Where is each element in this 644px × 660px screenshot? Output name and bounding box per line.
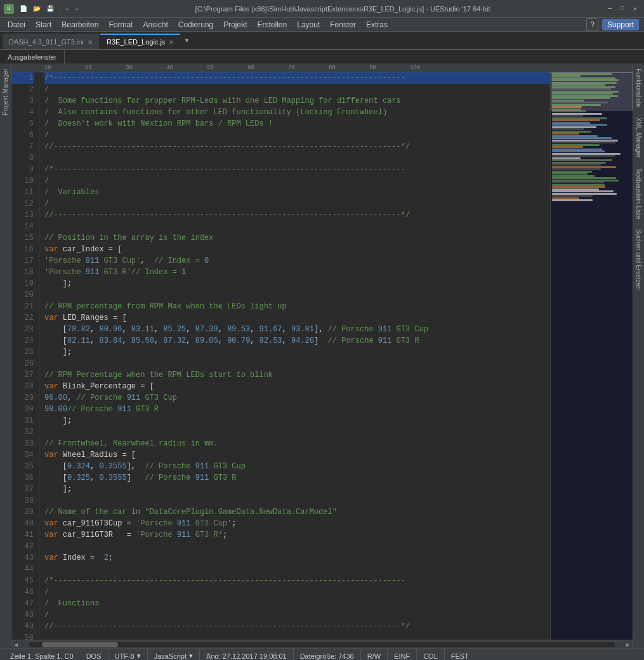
menu-projekt[interactable]: Projekt bbox=[218, 18, 252, 32]
code-line: ]; bbox=[44, 415, 550, 426]
minimize-button[interactable]: — bbox=[605, 4, 615, 14]
horizontal-scrollbar[interactable]: ◀ ▶ bbox=[11, 640, 633, 649]
language-dropdown-icon[interactable]: ▾ bbox=[189, 652, 193, 660]
menu-layout[interactable]: Layout bbox=[292, 18, 325, 32]
ausgabefenster-tab[interactable]: Ausgabefenster bbox=[0, 50, 65, 63]
code-line: / bbox=[44, 609, 550, 621]
menu-erstellen[interactable]: Erstellen bbox=[253, 18, 292, 32]
scroll-right-arrow[interactable]: ▶ bbox=[624, 640, 633, 649]
line-number: 7 bbox=[11, 141, 34, 152]
line-number: 35 bbox=[11, 461, 34, 472]
menu-ansicht[interactable]: Ansicht bbox=[138, 18, 173, 32]
line-number: 44 bbox=[11, 564, 34, 575]
status-rw[interactable]: R/W bbox=[361, 649, 388, 660]
status-encoding[interactable]: UTF-8 ▾ bbox=[108, 649, 148, 660]
main-area: Projekt-Manager 10 20 30 40 50 60 70 80 … bbox=[0, 63, 644, 649]
scroll-left-arrow[interactable]: ◀ bbox=[11, 640, 20, 649]
menu-format[interactable]: Format bbox=[103, 18, 138, 32]
code-line: // Position in the array is the index bbox=[44, 232, 550, 244]
line-number: 25 bbox=[11, 346, 34, 358]
code-line: /*--------------------------------------… bbox=[44, 72, 550, 84]
tab-dash-close[interactable]: ✕ bbox=[88, 39, 93, 46]
line-number: 34 bbox=[11, 449, 34, 461]
close-button[interactable]: ✕ bbox=[630, 4, 640, 14]
ruler-90: 90 bbox=[368, 65, 409, 71]
tab-r3e-label: R3E_LED_Logic.js bbox=[107, 38, 165, 46]
hscroll-track[interactable] bbox=[29, 642, 615, 647]
tab-more-button[interactable]: ▾ bbox=[181, 32, 192, 48]
minimap-line bbox=[552, 150, 605, 152]
ruler-50: 50 bbox=[206, 65, 246, 71]
sidebar-xml-manager[interactable]: XML-Manager bbox=[634, 112, 643, 162]
line-number: 32 bbox=[11, 426, 34, 438]
line-number: 28 bbox=[11, 381, 34, 392]
code-line: / Doesn't work with Nextion RPM bars / R… bbox=[44, 118, 550, 129]
code-line: var car_Index = [ bbox=[44, 244, 550, 255]
menu-extras[interactable]: Extras bbox=[361, 18, 393, 32]
statusbar: Zeile 1, Spalte 1, C0 DOS UTF-8 ▾ JavaSc… bbox=[0, 649, 644, 660]
tabbar: DASH_4.3_911_GT3.ini ✕ R3E_LED_Logic.js … bbox=[0, 32, 644, 50]
menu-datei[interactable]: Datei bbox=[3, 18, 30, 32]
menu-start[interactable]: Start bbox=[30, 18, 56, 32]
tab-r3e-js[interactable]: R3E_LED_Logic.js ✕ bbox=[100, 34, 180, 49]
menubar: Datei Start Bearbeiten Format Ansicht Co… bbox=[0, 18, 644, 32]
line-number: 29 bbox=[11, 392, 34, 404]
menu-fenster[interactable]: Fenster bbox=[325, 18, 361, 32]
minimap[interactable] bbox=[550, 72, 633, 640]
help-icon[interactable]: ? bbox=[586, 18, 598, 31]
sidebar-suchen[interactable]: Suchen und Ersetzen bbox=[634, 224, 643, 295]
minimap-line bbox=[552, 182, 604, 183]
tab-dash-ini[interactable]: DASH_4.3_911_GT3.ini ✕ bbox=[3, 34, 99, 49]
sidebar-projekt-manager[interactable]: Projekt-Manager bbox=[1, 63, 10, 121]
status-einf[interactable]: EINF bbox=[388, 649, 417, 660]
minimap-line bbox=[552, 173, 588, 175]
hscroll-thumb[interactable] bbox=[42, 642, 118, 647]
line-number: 2 bbox=[11, 84, 34, 95]
menu-bearbeiten[interactable]: Bearbeiten bbox=[56, 18, 103, 32]
line-number: 17 bbox=[11, 255, 34, 267]
line-number: 13 bbox=[11, 209, 34, 221]
code-editor[interactable]: 1234567891011121314151617181920212223242… bbox=[11, 72, 633, 640]
minimap-line bbox=[552, 164, 601, 166]
code-area[interactable]: /*--------------------------------------… bbox=[39, 72, 550, 640]
sidebar-funktionsliste[interactable]: Funktionsliste bbox=[634, 63, 643, 112]
encoding-dropdown-icon[interactable]: ▾ bbox=[137, 652, 141, 660]
window-controls: — □ ✕ bbox=[605, 4, 640, 14]
code-line bbox=[44, 358, 550, 369]
code-line: / Functions bbox=[44, 598, 550, 609]
maximize-button[interactable]: □ bbox=[617, 4, 628, 14]
code-line: //--------------------------------------… bbox=[44, 621, 550, 632]
code-line: var LED_Ranges = [ bbox=[44, 312, 550, 324]
code-line: / Variables bbox=[44, 187, 550, 198]
status-fest[interactable]: FEST bbox=[445, 649, 475, 660]
minimap-line bbox=[552, 168, 601, 170]
ruler-100: 100 bbox=[409, 65, 449, 71]
menu-codierung[interactable]: Codierung bbox=[173, 18, 218, 32]
status-lineending[interactable]: DOS bbox=[80, 649, 108, 660]
sidebar-textbaustein[interactable]: Textbaustein-Liste bbox=[634, 163, 643, 225]
status-col[interactable]: COL bbox=[417, 649, 445, 660]
minimap-viewport[interactable] bbox=[551, 72, 633, 110]
line-number: 38 bbox=[11, 495, 34, 506]
support-button[interactable]: Support bbox=[602, 19, 639, 30]
line-number: 45 bbox=[11, 575, 34, 586]
code-line: /*--------------------------------------… bbox=[44, 575, 550, 586]
window-title: [C:\Program Files (x86)\SimHub\Javascrip… bbox=[84, 5, 601, 13]
code-line: 'Porsche 911 GT3 R' // Index = 1 bbox=[44, 267, 550, 278]
minimap-line bbox=[552, 133, 579, 135]
redo-icon[interactable]: ↪ bbox=[73, 4, 81, 13]
undo-icon[interactable]: ↩ bbox=[63, 4, 71, 13]
tab-r3e-close[interactable]: ✕ bbox=[169, 39, 174, 46]
minimap-line bbox=[552, 119, 600, 121]
minimap-line bbox=[552, 142, 615, 143]
ruler-marks: 10 20 30 40 50 60 70 80 90 100 bbox=[43, 65, 449, 71]
line-number: 9 bbox=[11, 164, 34, 175]
minimap-line bbox=[552, 146, 583, 148]
line-number: 8 bbox=[11, 152, 34, 164]
new-icon[interactable]: 📄 bbox=[18, 4, 29, 13]
save-icon[interactable]: 💾 bbox=[44, 4, 56, 13]
code-line: / bbox=[44, 129, 550, 141]
status-language[interactable]: JavaScript ▾ bbox=[148, 649, 200, 660]
line-number: 36 bbox=[11, 472, 34, 484]
open-icon[interactable]: 📂 bbox=[31, 4, 43, 13]
